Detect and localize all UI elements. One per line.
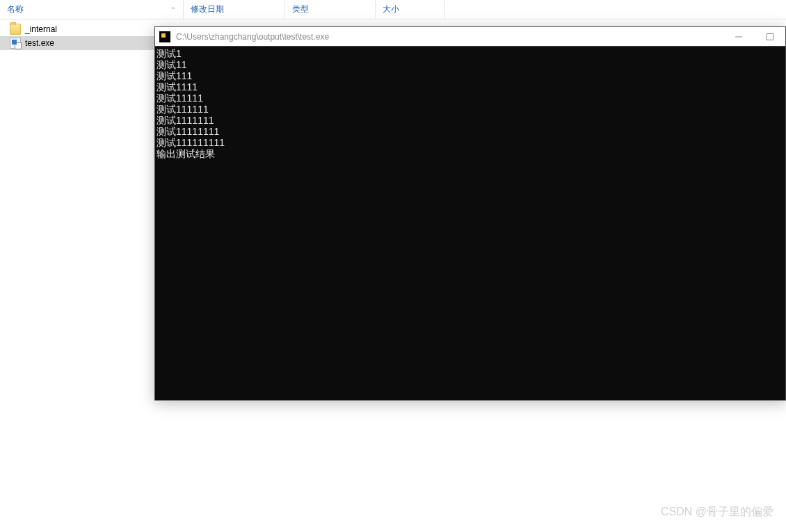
maximize-button[interactable]: [754, 27, 785, 47]
file-name-label: _internal: [25, 24, 57, 34]
column-header-type[interactable]: 类型: [285, 0, 376, 19]
console-line: 测试11111111: [155, 126, 785, 137]
console-line: 测试1: [155, 48, 785, 59]
console-line: 测试111111111: [155, 137, 785, 148]
exe-icon: [10, 38, 21, 49]
console-line: 输出测试结果: [155, 148, 785, 159]
console-line: 测试1111: [155, 81, 785, 92]
console-title: C:\Users\zhangchang\output\test\test.exe: [176, 32, 723, 42]
console-line: 测试11: [155, 59, 785, 70]
column-label: 修改日期: [191, 3, 224, 15]
svg-rect-1: [767, 34, 773, 40]
maximize-icon: [767, 33, 773, 40]
folder-icon: [10, 24, 21, 35]
console-line: 测试111: [155, 70, 785, 81]
console-output[interactable]: 测试1测试11测试111测试1111测试11111测试111111测试11111…: [155, 47, 785, 400]
column-header-name[interactable]: 名称 ⌃: [0, 0, 184, 19]
column-label: 名称: [7, 3, 24, 15]
console-line: 测试111111: [155, 104, 785, 115]
minimize-button[interactable]: [723, 27, 754, 47]
file-name-label: test.exe: [25, 38, 54, 48]
column-header-date[interactable]: 修改日期: [184, 0, 285, 19]
watermark-text: CSDN @骨子里的偏爱: [661, 505, 773, 519]
console-app-icon: [159, 31, 170, 42]
minimize-icon: [735, 33, 742, 40]
console-line: 测试11111: [155, 92, 785, 104]
column-label: 类型: [292, 3, 309, 15]
sort-caret-icon: ⌃: [170, 6, 176, 13]
console-titlebar[interactable]: C:\Users\zhangchang\output\test\test.exe: [155, 27, 785, 47]
console-window: C:\Users\zhangchang\output\test\test.exe…: [154, 26, 786, 401]
explorer-column-header: 名称 ⌃ 修改日期 类型 大小: [0, 0, 786, 19]
column-header-size[interactable]: 大小: [376, 0, 445, 19]
console-line: 测试1111111: [155, 115, 785, 126]
window-controls: [723, 27, 785, 46]
column-label: 大小: [383, 3, 399, 15]
